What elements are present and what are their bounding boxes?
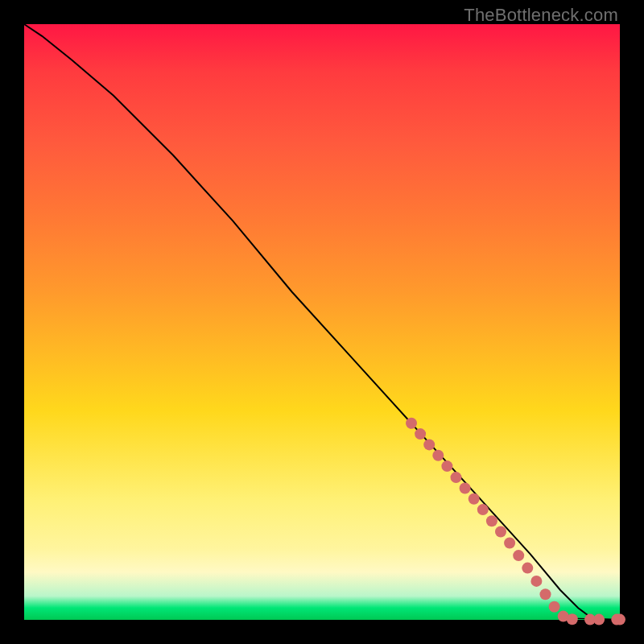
chart-svg — [24, 24, 620, 620]
marker-dot — [593, 614, 605, 625]
marker-dot — [504, 538, 515, 549]
marker-dot — [477, 504, 489, 515]
marker-dot — [432, 450, 444, 461]
marker-dot — [423, 439, 435, 450]
marker-dot — [460, 483, 471, 494]
marker-dot — [486, 515, 497, 526]
marker-dot — [513, 550, 524, 561]
marker-dot — [549, 601, 560, 613]
marker-dot — [530, 576, 542, 587]
marker-group — [406, 418, 625, 625]
plot-area — [24, 24, 620, 620]
marker-dot — [469, 493, 480, 505]
marker-dot — [522, 563, 533, 574]
watermark-text: TheBottleneck.com — [464, 5, 618, 26]
marker-dot — [567, 613, 578, 625]
marker-dot — [495, 526, 506, 538]
marker-dot — [441, 460, 452, 472]
marker-dot — [415, 428, 426, 440]
marker-dot — [540, 588, 551, 600]
curve-line — [24, 24, 620, 620]
marker-dot — [451, 472, 462, 483]
marker-dot — [614, 614, 625, 625]
chart-stage: TheBottleneck.com — [0, 0, 644, 644]
marker-dot — [406, 418, 417, 429]
